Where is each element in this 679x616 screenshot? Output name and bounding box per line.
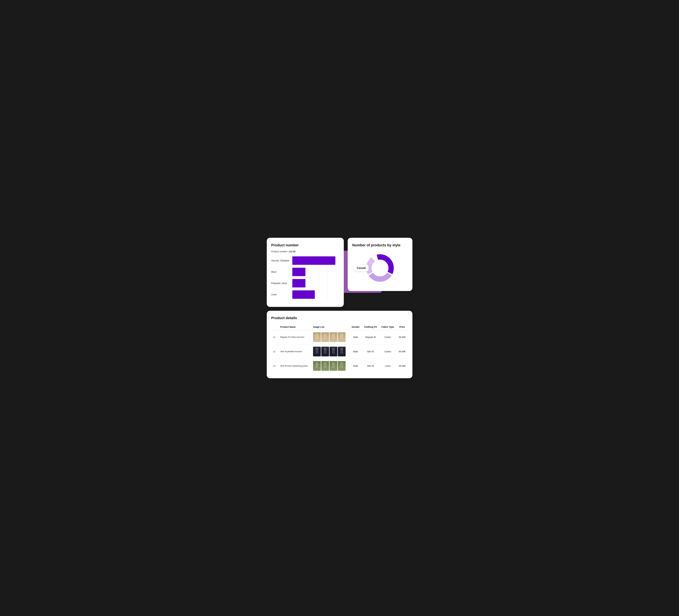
svg-rect-17 (325, 350, 326, 354)
product-details-title: Product details (271, 316, 408, 320)
table-row: 01Regular fit cotton trousers MaleRegula… (271, 330, 408, 345)
clothing-fit-cell: Slim fit (362, 359, 379, 373)
pants-silhouette (315, 333, 319, 341)
svg-rect-32 (333, 364, 335, 368)
image-list-cell (311, 330, 349, 345)
clothing-fit-cell: Slim fit (362, 345, 379, 359)
bar-row: Viscose, Elastane (271, 256, 339, 265)
bar-track (292, 268, 339, 276)
svg-rect-19 (332, 350, 333, 354)
svg-rect-27 (324, 362, 326, 364)
product-image (313, 347, 321, 356)
product-name-cell: Regular fit cotton trousers (279, 330, 311, 345)
product-image (321, 361, 329, 371)
image-list (313, 361, 347, 371)
col-header-1: Product Name (279, 324, 311, 330)
pants-silhouette (332, 348, 335, 355)
bar-row: Polyester, Wool (271, 279, 339, 287)
image-list (313, 332, 347, 342)
price-cell: 39.99€ (396, 330, 408, 345)
pants-silhouette (323, 348, 327, 355)
bar-chart-inner: Viscose, Elastane Wool Polyester, Wool L… (271, 256, 339, 299)
col-header-5: Fabric Type (379, 324, 396, 330)
svg-rect-6 (332, 333, 335, 335)
product-image (313, 332, 321, 342)
svg-rect-0 (316, 333, 318, 335)
donut-segment-casual (377, 254, 394, 274)
product-image (338, 347, 346, 356)
gender-cell: Male (350, 345, 362, 359)
top-row: Product number Product number: 115.00 Vi… (267, 238, 412, 307)
gender-cell: Male (350, 359, 362, 373)
bar-fill (292, 279, 305, 287)
svg-rect-33 (341, 362, 343, 364)
gender-cell: Male (350, 330, 362, 345)
product-details-table: Product NameImage ListGenderClothing Fit… (271, 324, 408, 373)
row-number: 01 (271, 330, 279, 345)
clothing-fit-cell: Regular fit (362, 330, 379, 345)
table-header-row: Product NameImage ListGenderClothing Fit… (271, 324, 408, 330)
product-number-value: 115.00 (289, 250, 296, 253)
svg-rect-21 (341, 348, 343, 350)
svg-rect-31 (332, 364, 333, 368)
svg-rect-16 (324, 350, 325, 354)
product-number-label: Product number: 115.00 (271, 250, 339, 253)
col-header-6: Price (396, 324, 408, 330)
donut-wrapper: Casual (352, 250, 408, 286)
pants-silhouette (332, 362, 335, 369)
svg-rect-3 (324, 333, 326, 335)
pants-silhouette (323, 362, 327, 369)
svg-rect-29 (325, 364, 326, 368)
svg-rect-25 (316, 364, 317, 368)
product-image (313, 361, 321, 371)
svg-rect-9 (341, 333, 343, 335)
svg-rect-35 (342, 364, 343, 368)
product-details-card: Product details Product NameImage ListGe… (267, 311, 412, 378)
bar-label: Wool (271, 270, 292, 273)
svg-rect-2 (317, 335, 318, 339)
product-image (329, 361, 337, 371)
product-image (329, 347, 337, 356)
svg-rect-10 (341, 335, 342, 339)
row-number: 03 (271, 359, 279, 373)
bar-track (292, 279, 339, 287)
svg-rect-22 (341, 350, 342, 354)
donut-chart-card: Number of products by style Casual (348, 238, 412, 291)
bar-row: Wool (271, 268, 339, 276)
pants-silhouette (323, 333, 327, 341)
svg-rect-28 (324, 364, 325, 368)
col-header-0 (271, 324, 279, 330)
product-image (329, 332, 337, 342)
bar-label: Polyester, Wool (271, 282, 292, 285)
pants-silhouette (340, 348, 344, 355)
col-header-2: Image List (311, 324, 349, 330)
table-row: 02Slim fit pleated trousers MaleSlim fit… (271, 345, 408, 359)
svg-rect-11 (342, 335, 343, 339)
product-name-cell: Slim fit linen drawstring pants (279, 359, 311, 373)
bar-fill (292, 256, 335, 265)
pants-silhouette (315, 348, 319, 355)
svg-rect-26 (317, 364, 318, 368)
price-cell: 49.99€ (396, 345, 408, 359)
svg-rect-1 (316, 335, 317, 339)
fabric-type-cell: Cotton (379, 345, 396, 359)
product-image (338, 332, 346, 342)
bar-label: Viscose, Elastane (271, 259, 292, 262)
product-image (321, 332, 329, 342)
pants-silhouette (332, 333, 335, 341)
svg-rect-30 (332, 362, 335, 364)
svg-rect-20 (333, 350, 335, 354)
col-header-3: Gender (350, 324, 362, 330)
bar-chart-card: Product number Product number: 115.00 Vi… (267, 238, 344, 307)
svg-rect-13 (316, 350, 317, 354)
svg-rect-14 (317, 350, 318, 354)
table-header: Product NameImage ListGenderClothing Fit… (271, 324, 408, 330)
svg-rect-24 (316, 362, 318, 364)
fabric-type-cell: Linen (379, 359, 396, 373)
pants-silhouette (315, 362, 319, 369)
svg-rect-34 (341, 364, 342, 368)
pants-silhouette (340, 333, 344, 341)
svg-rect-18 (332, 348, 335, 350)
product-name-cell: Slim fit pleated trousers (279, 345, 311, 359)
bar-track (292, 290, 339, 299)
